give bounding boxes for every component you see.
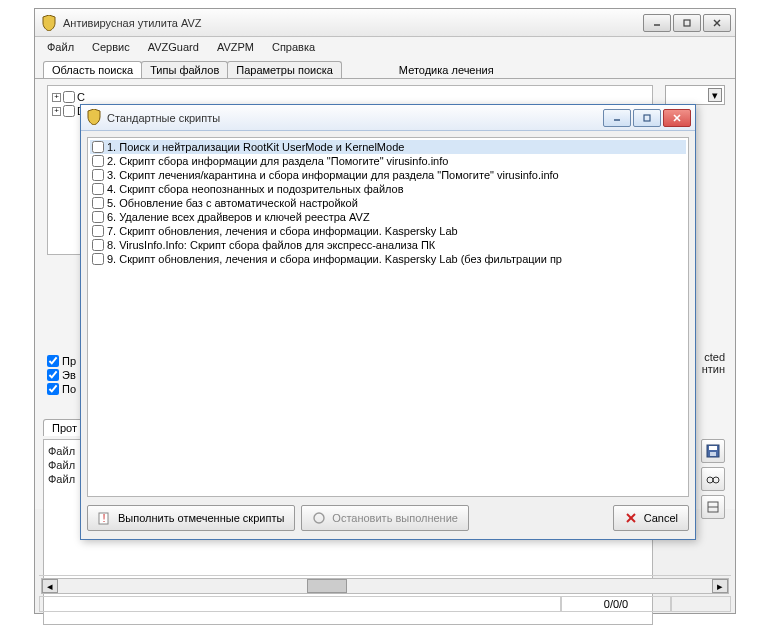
tree-row[interactable]: + C: [52, 90, 648, 104]
svg-rect-6: [710, 452, 716, 456]
glasses-icon[interactable]: [701, 467, 725, 491]
script-row[interactable]: 6. Удаление всех драйверов и ключей реес…: [90, 210, 686, 224]
tool-icon[interactable]: [701, 495, 725, 519]
expand-icon[interactable]: +: [52, 93, 61, 102]
tree-label: C: [77, 91, 85, 103]
close-button[interactable]: [703, 14, 731, 32]
script-row[interactable]: 3. Скрипт лечения/карантина и сбора инфо…: [90, 168, 686, 182]
check-po[interactable]: [47, 383, 59, 395]
main-window-buttons: [643, 14, 731, 32]
script-checkbox[interactable]: [92, 253, 104, 265]
status-cell: [671, 596, 731, 612]
cancel-button-label: Cancel: [644, 512, 678, 524]
stop-button: Остановить выполнение: [301, 505, 469, 531]
script-label: 7. Скрипт обновления, лечения и сбора ин…: [107, 225, 458, 237]
check-pr[interactable]: [47, 355, 59, 367]
tabs-row: Область поиска Типы файлов Параметры пои…: [35, 57, 735, 79]
script-row[interactable]: 2. Скрипт сбора информации для раздела "…: [90, 154, 686, 168]
menu-help[interactable]: Справка: [264, 39, 323, 55]
script-checkbox[interactable]: [92, 239, 104, 251]
svg-text:!: !: [102, 512, 105, 524]
h-scrollbar[interactable]: ◂ ▸: [41, 578, 729, 594]
script-label: 9. Скрипт обновления, лечения и сбора ин…: [107, 253, 562, 265]
minimize-button[interactable]: [643, 14, 671, 32]
script-label: 1. Поиск и нейтрализации RootKit UserMod…: [107, 141, 404, 153]
run-button-label: Выполнить отмеченные скрипты: [118, 512, 284, 524]
save-icon[interactable]: [701, 439, 725, 463]
cancel-icon: [624, 511, 638, 525]
expand-icon[interactable]: +: [52, 107, 61, 116]
text-fragment: cted: [702, 351, 725, 363]
tree-checkbox[interactable]: [63, 91, 75, 103]
script-checkbox[interactable]: [92, 197, 104, 209]
script-row[interactable]: 4. Скрипт сбора неопознанных и подозрите…: [90, 182, 686, 196]
chevron-down-icon: ▾: [708, 88, 722, 102]
menu-service[interactable]: Сервис: [84, 39, 138, 55]
main-titlebar: Антивирусная утилита AVZ: [35, 9, 735, 37]
check-label: По: [62, 383, 76, 395]
script-checkbox[interactable]: [92, 141, 104, 153]
svg-point-18: [314, 513, 324, 523]
check-ev[interactable]: [47, 369, 59, 381]
script-row[interactable]: 7. Скрипт обновления, лечения и сбора ин…: [90, 224, 686, 238]
script-checkbox[interactable]: [92, 211, 104, 223]
svg-point-8: [713, 477, 719, 483]
scroll-right-icon[interactable]: ▸: [712, 579, 728, 593]
app-icon: [41, 15, 57, 31]
script-row[interactable]: 9. Скрипт обновления, лечения и сбора ин…: [90, 252, 686, 266]
script-label: 6. Удаление всех драйверов и ключей реес…: [107, 211, 370, 223]
tab-treatment[interactable]: Методика лечения: [391, 62, 502, 78]
options-checks: Пр Эв По: [47, 354, 76, 396]
scripts-dialog: Стандартные скрипты 1. Поиск и нейтрализ…: [80, 104, 696, 540]
svg-point-7: [707, 477, 713, 483]
cancel-button[interactable]: Cancel: [613, 505, 689, 531]
menu-avzguard[interactable]: AVZGuard: [140, 39, 207, 55]
maximize-button[interactable]: [673, 14, 701, 32]
right-text-block: cted нтин: [702, 351, 725, 375]
right-column: ▾: [665, 85, 727, 105]
check-label: Эв: [62, 369, 76, 381]
script-checkbox[interactable]: [92, 155, 104, 167]
svg-rect-13: [644, 115, 650, 121]
dialog-maximize-button[interactable]: [633, 109, 661, 127]
script-checkbox[interactable]: [92, 225, 104, 237]
dialog-footer: ! Выполнить отмеченные скрипты Остановит…: [87, 503, 689, 533]
script-row[interactable]: 5. Обновление баз с автоматической настр…: [90, 196, 686, 210]
run-icon: !: [98, 511, 112, 525]
scroll-thumb[interactable]: [307, 579, 347, 593]
status-counter: 0/0/0: [561, 596, 671, 612]
check-label: Пр: [62, 355, 76, 367]
dialog-minimize-button[interactable]: [603, 109, 631, 127]
script-row[interactable]: 1. Поиск и нейтрализации RootKit UserMod…: [90, 140, 686, 154]
script-row[interactable]: 8. VirusInfo.Info: Скрипт сбора файлов д…: [90, 238, 686, 252]
dialog-icon: [87, 109, 101, 127]
tab-file-types[interactable]: Типы файлов: [141, 61, 228, 78]
dialog-titlebar: Стандартные скрипты: [81, 105, 695, 131]
script-checkbox[interactable]: [92, 169, 104, 181]
menu-file[interactable]: Файл: [39, 39, 82, 55]
status-cell: [39, 596, 561, 612]
script-label: 4. Скрипт сбора неопознанных и подозрите…: [107, 183, 404, 195]
text-fragment: нтин: [702, 363, 725, 375]
side-toolbar: [701, 439, 727, 519]
scroll-track[interactable]: [58, 579, 712, 593]
scroll-left-icon[interactable]: ◂: [42, 579, 58, 593]
scripts-list[interactable]: 1. Поиск и нейтрализации RootKit UserMod…: [87, 137, 689, 497]
script-label: 2. Скрипт сбора информации для раздела "…: [107, 155, 448, 167]
stop-button-label: Остановить выполнение: [332, 512, 458, 524]
statusbar: ◂ ▸ 0/0/0: [39, 575, 731, 611]
script-checkbox[interactable]: [92, 183, 104, 195]
run-scripts-button[interactable]: ! Выполнить отмеченные скрипты: [87, 505, 295, 531]
tree-checkbox[interactable]: [63, 105, 75, 117]
tab-search-area[interactable]: Область поиска: [43, 61, 142, 78]
main-title: Антивирусная утилита AVZ: [63, 17, 643, 29]
script-label: 8. VirusInfo.Info: Скрипт сбора файлов д…: [107, 239, 435, 251]
tab-search-params[interactable]: Параметры поиска: [227, 61, 342, 78]
svg-rect-5: [709, 446, 717, 450]
menu-avzpm[interactable]: AVZPM: [209, 39, 262, 55]
stop-icon: [312, 511, 326, 525]
script-label: 3. Скрипт лечения/карантина и сбора инфо…: [107, 169, 559, 181]
dialog-close-button[interactable]: [663, 109, 691, 127]
svg-rect-1: [684, 20, 690, 26]
combo-1[interactable]: ▾: [665, 85, 725, 105]
